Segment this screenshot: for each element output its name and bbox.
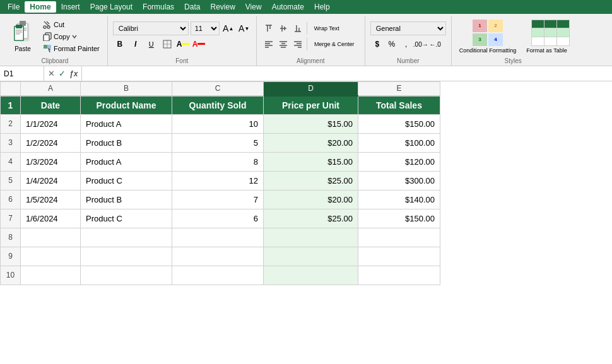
cancel-formula-icon[interactable]: ✕	[47, 69, 56, 78]
italic-button[interactable]: I	[129, 37, 143, 51]
cell-c7[interactable]: 6	[172, 209, 264, 228]
cell-d2[interactable]: $15.00	[264, 114, 358, 133]
cell-b3[interactable]: Product B	[81, 133, 172, 152]
font-name-select[interactable]: Calibri	[113, 21, 189, 35]
row-number-10[interactable]: 10	[1, 266, 21, 285]
menu-data[interactable]: Data	[179, 1, 205, 13]
row-number-2[interactable]: 2	[1, 114, 21, 133]
cell-e1[interactable]: Total Sales	[358, 96, 440, 115]
row-number-6[interactable]: 6	[1, 190, 21, 209]
cell-e10[interactable]	[358, 266, 440, 285]
cell-a4[interactable]: 1/3/2024	[21, 152, 81, 171]
align-center-btn[interactable]	[276, 37, 290, 51]
align-right-btn[interactable]	[291, 37, 305, 51]
fill-color-button[interactable]: A	[176, 37, 190, 51]
bold-button[interactable]: B	[113, 37, 127, 51]
decrease-font-btn[interactable]: A▼	[237, 21, 251, 35]
cell-d9[interactable]	[264, 247, 358, 266]
corner-header[interactable]	[1, 82, 21, 96]
cell-e3[interactable]: $100.00	[358, 133, 440, 152]
align-top-btn[interactable]	[262, 21, 276, 35]
row-number-8[interactable]: 8	[1, 228, 21, 247]
col-header-a[interactable]: A	[21, 82, 81, 96]
align-bottom-btn[interactable]	[291, 21, 305, 35]
cell-b5[interactable]: Product C	[81, 171, 172, 190]
border-button[interactable]	[160, 37, 174, 51]
cell-a1[interactable]: Date	[21, 96, 81, 115]
cell-c5[interactable]: 12	[172, 171, 264, 190]
align-left-btn[interactable]	[262, 37, 276, 51]
cell-b10[interactable]	[81, 266, 172, 285]
cell-c6[interactable]: 7	[172, 190, 264, 209]
percent-btn[interactable]: %	[385, 37, 399, 51]
menu-home[interactable]: Home	[25, 1, 56, 13]
cell-d7[interactable]: $25.00	[264, 209, 358, 228]
cell-e9[interactable]	[358, 247, 440, 266]
cell-a3[interactable]: 1/2/2024	[21, 133, 81, 152]
cell-b4[interactable]: Product A	[81, 152, 172, 171]
cell-e2[interactable]: $150.00	[358, 114, 440, 133]
font-color-button[interactable]: A	[192, 37, 206, 51]
increase-decimal-btn[interactable]: .00→	[414, 37, 428, 51]
cell-d6[interactable]: $20.00	[264, 190, 358, 209]
menu-formulas[interactable]: Formulas	[138, 1, 179, 13]
cell-a6[interactable]: 1/5/2024	[21, 190, 81, 209]
cell-c9[interactable]	[172, 247, 264, 266]
increase-font-btn[interactable]: A▲	[221, 21, 235, 35]
cell-d4[interactable]: $15.00	[264, 152, 358, 171]
row-number-3[interactable]: 3	[1, 133, 21, 152]
cell-a5[interactable]: 1/4/2024	[21, 171, 81, 190]
cell-e8[interactable]	[358, 228, 440, 247]
menu-help[interactable]: Help	[309, 1, 335, 13]
paste-button[interactable]: Paste	[8, 19, 38, 54]
cell-e5[interactable]: $300.00	[358, 171, 440, 190]
font-size-select[interactable]: 11	[191, 21, 220, 35]
cell-c2[interactable]: 10	[172, 114, 264, 133]
menu-file[interactable]: File	[3, 1, 25, 13]
conditional-formatting-btn[interactable]: 1 2 3 4 Conditional Formatting	[457, 18, 519, 55]
cell-d8[interactable]	[264, 228, 358, 247]
menu-review[interactable]: Review	[205, 1, 240, 13]
col-header-b[interactable]: B	[81, 82, 172, 96]
currency-btn[interactable]: $	[370, 37, 384, 51]
cell-b7[interactable]: Product C	[81, 209, 172, 228]
copy-button[interactable]: Copy	[40, 31, 102, 42]
cell-d10[interactable]	[264, 266, 358, 285]
cell-d3[interactable]: $20.00	[264, 133, 358, 152]
merge-center-btn[interactable]: Merge & Center	[309, 37, 360, 51]
cell-b9[interactable]	[81, 247, 172, 266]
confirm-formula-icon[interactable]: ✓	[57, 69, 67, 78]
format-as-table-btn[interactable]: Format as Table	[524, 18, 569, 55]
name-box[interactable]: D1	[0, 66, 44, 81]
decrease-decimal-btn[interactable]: ←.0	[428, 37, 442, 51]
align-middle-btn[interactable]	[276, 21, 290, 35]
col-header-d[interactable]: D	[264, 82, 358, 96]
cell-a7[interactable]: 1/6/2024	[21, 209, 81, 228]
number-format-select[interactable]: General	[370, 21, 446, 35]
cell-c10[interactable]	[172, 266, 264, 285]
cell-b8[interactable]	[81, 228, 172, 247]
row-number-4[interactable]: 4	[1, 152, 21, 171]
cell-c4[interactable]: 8	[172, 152, 264, 171]
cell-a9[interactable]	[21, 247, 81, 266]
underline-button[interactable]: U	[144, 37, 158, 51]
wrap-text-btn[interactable]: Wrap Text	[309, 21, 344, 35]
col-header-e[interactable]: E	[358, 82, 440, 96]
menu-insert[interactable]: Insert	[56, 1, 85, 13]
menu-page-layout[interactable]: Page Layout	[85, 1, 138, 13]
menu-view[interactable]: View	[240, 1, 267, 13]
cell-e4[interactable]: $120.00	[358, 152, 440, 171]
cell-a10[interactable]	[21, 266, 81, 285]
cut-button[interactable]: Cut	[40, 19, 102, 30]
cell-d5[interactable]: $25.00	[264, 171, 358, 190]
cell-e7[interactable]: $150.00	[358, 209, 440, 228]
cell-b6[interactable]: Product B	[81, 190, 172, 209]
cell-c1[interactable]: Quantity Sold	[172, 96, 264, 115]
comma-btn[interactable]: ,	[399, 37, 413, 51]
cell-b2[interactable]: Product A	[81, 114, 172, 133]
menu-automate[interactable]: Automate	[267, 1, 309, 13]
cell-a8[interactable]	[21, 228, 81, 247]
insert-function-icon[interactable]: ƒx	[68, 69, 79, 78]
cell-d1[interactable]: Price per Unit	[264, 96, 358, 115]
cell-b1[interactable]: Product Name	[81, 96, 172, 115]
